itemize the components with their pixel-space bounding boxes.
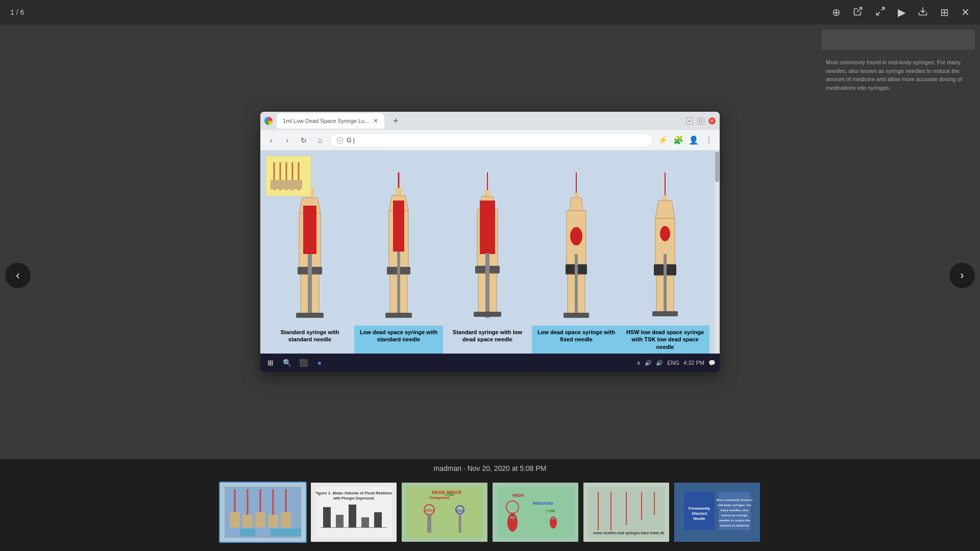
browser-titlebar: 1ml Low Dead Space Syringe Lu... ✕ + − □… [260,112,720,130]
tab-close-button[interactable]: ✕ [373,117,378,124]
thumbnail-5[interactable]: some needles and syringes have lower dea… [582,482,670,543]
notification-icon[interactable]: 💬 [708,360,716,366]
meta-author-date: madman · Nov 20, 2020 at 5:08 PM [433,464,546,472]
svg-rect-72 [240,529,255,536]
thumbnail-4[interactable]: HIGH REDUCED LOW [492,482,579,543]
svg-rect-67 [242,515,253,528]
right-panel-header [822,30,975,50]
syringe-item-3: Standard syringe with low dead space nee… [443,156,532,354]
toolbar-icons: ⊕ ▶ ⊞ ✕ [832,6,970,19]
svg-text:known as syringe: known as syringe [722,514,748,517]
browser-tab-active[interactable]: 1ml Low Dead Space Syringe Lu... ✕ [277,113,384,129]
puzzle-icon[interactable]: 🧩 [672,134,685,147]
extension-icon[interactable]: ⚡ [656,134,670,147]
syringe-svg-2 [380,172,418,325]
svg-rect-81 [349,505,356,528]
svg-rect-25 [395,188,402,195]
maximize-button[interactable]: □ [697,117,704,124]
more-options-icon[interactable]: ⋮ [702,134,716,147]
chevron-left-icon: ‹ [16,269,19,282]
syringe-comparison: Standard syringe with standard needle [260,151,715,354]
thumbnail-2-content: Figure 1. Mean Volume of Fluid Retained … [311,483,397,542]
download-icon[interactable] [918,6,928,19]
svg-rect-23 [296,313,324,318]
search-taskbar-icon[interactable]: 🔍 [281,357,293,369]
address-bar[interactable]: G | [330,133,653,147]
svg-rect-70 [281,512,291,528]
task-view-icon[interactable]: ⬛ [297,357,309,369]
svg-rect-102 [552,517,555,519]
svg-rect-73 [255,529,271,536]
svg-rect-69 [268,515,278,528]
syringe-svg-5 [646,172,684,325]
windows-start-icon[interactable]: ⊞ [264,357,277,369]
thumb-2-svg: Figure 1. Mean Volume of Fluid Retained … [315,487,392,538]
svg-rect-75 [286,529,301,536]
right-panel-content: Most commonly found in mid-body syringes… [822,54,975,454]
svg-line-2 [877,12,880,15]
svg-rect-12 [283,180,290,189]
syringe-label-3: Standard syringe with low dead space nee… [443,325,532,354]
thumb-1-svg [225,487,301,538]
syringe-item-4: Low dead space syringe with fixed needle [532,156,621,354]
svg-rect-68 [255,512,265,528]
thumb-4-svg: HIGH REDUCED LOW [497,487,574,538]
syringe-item-5: HSW low dead space syringe with TSK low … [621,156,709,354]
svg-point-55 [660,226,670,241]
thumbnail-3[interactable]: DEAD SPACE Compared HIGH RED LOW [401,482,488,543]
taskbar-right: ∧ 🔊 🔊 ENG 4:32 PM 💬 [636,360,716,366]
profile-icon[interactable]: 👤 [687,134,700,147]
system-tray: ∧ [636,360,641,366]
svg-text:Attached: Attached [692,512,707,515]
svg-line-0 [857,7,862,12]
next-button[interactable]: › [949,263,975,288]
svg-text:needles to reduce the: needles to reduce the [719,519,750,522]
chrome-taskbar-icon[interactable]: ● [313,357,326,369]
close-icon[interactable]: ✕ [961,6,970,18]
syringe-svg-4 [557,172,596,325]
svg-rect-32 [385,313,412,318]
svg-rect-37 [480,201,495,254]
thumbnail-3-content: DEAD SPACE Compared HIGH RED LOW [402,483,487,542]
thumbnail-preview [265,156,311,196]
bottom-strip: madman · Nov 20, 2020 at 5:08 PM [0,459,980,551]
svg-rect-100 [510,516,515,519]
browser-action-icons: ⚡ 🧩 👤 ⋮ [656,134,716,147]
svg-text:LOW: LOW [445,492,454,497]
thumb-6-svg: Permanently Attached Needle Most commonl… [679,487,755,538]
volume-icon: 🔊 [656,360,663,366]
fullscreen-icon[interactable] [875,6,886,19]
chevron-right-icon: › [960,269,964,282]
svg-text:HIGH: HIGH [512,493,524,498]
thumbnail-1[interactable] [219,482,307,543]
svg-text:many needles, also: many needles, also [720,509,748,512]
svg-rect-50 [564,313,589,318]
thumbnail-6[interactable]: Permanently Attached Needle Most commonl… [673,482,761,543]
svg-text:REDUCED: REDUCED [533,501,553,506]
grid-icon[interactable]: ⊞ [940,6,949,18]
minimize-button[interactable]: − [686,117,693,124]
browser-controls: ‹ › ↻ ⌂ G | ⚡ 🧩 👤 ⋮ [260,130,720,151]
thumbnail-2[interactable]: Figure 1. Mean Volume of Fluid Retained … [310,482,398,543]
window-close-button[interactable]: ✕ [708,117,716,124]
forward-button[interactable]: › [281,134,294,147]
play-icon[interactable]: ▶ [898,6,905,18]
svg-rect-82 [361,517,369,528]
scrollbar-thumb[interactable] [715,152,719,182]
svg-rect-13 [289,180,296,189]
new-tab-button[interactable]: + [388,114,403,128]
svg-rect-58 [664,254,667,315]
open-external-icon[interactable] [853,6,863,19]
syringe-label-5: HSW low dead space syringe with TSK low … [621,325,709,354]
thumbnail-6-content: Permanently Attached Needle Most commonl… [674,483,760,542]
back-button[interactable]: ‹ [264,134,278,147]
svg-rect-66 [230,512,240,528]
home-button[interactable]: ⌂ [313,134,327,147]
main-area: 1ml Low Dead Space Syringe Lu... ✕ + − □… [0,24,980,459]
language-indicator: ENG [667,360,679,366]
svg-point-99 [507,513,518,532]
refresh-button[interactable]: ↻ [297,134,310,147]
prev-button[interactable]: ‹ [5,263,31,288]
browser-scrollbar[interactable] [715,151,720,354]
zoom-in-icon[interactable]: ⊕ [832,6,841,18]
